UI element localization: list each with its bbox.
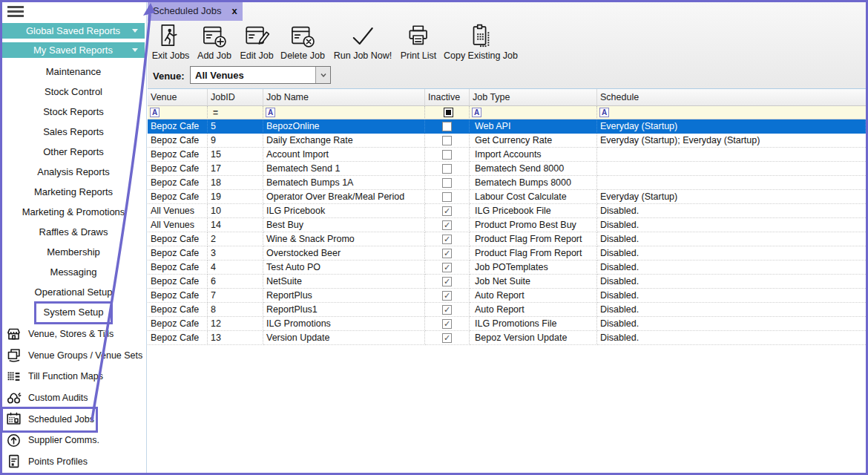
inactive-checkbox[interactable] <box>442 206 452 216</box>
custom-audits-icon <box>6 390 22 406</box>
sidebar-report-item[interactable]: Stock Reports <box>0 102 147 122</box>
cell-inactive <box>425 148 470 162</box>
sidebar-report-item[interactable]: Membership <box>0 242 147 262</box>
copy-existing-job-button[interactable]: Copy Existing Job <box>444 22 518 61</box>
filter-cell-inactive[interactable] <box>425 106 470 119</box>
table-row[interactable]: Bepoz Cafe 5 BepozOnline Web API Everyda… <box>148 119 866 134</box>
run-job-now-button[interactable]: Run Job Now! <box>334 22 392 61</box>
sidebar-report-item[interactable]: Stock Control <box>0 82 147 102</box>
cell-jobname: Operator Over Break/Meal Period <box>263 190 425 204</box>
cell-venue: Bepoz Cafe <box>148 148 208 162</box>
scheduled-jobs-window: Global Saved Reports My Saved Reports Ma… <box>0 0 868 475</box>
inactive-checkbox[interactable] <box>442 122 452 131</box>
table-row[interactable]: Bepoz Cafe 18 Bematech Bumps 1A Bematech… <box>148 176 866 190</box>
sidebar-report-item[interactable]: Analysis Reports <box>0 162 147 182</box>
cell-inactive <box>425 218 470 232</box>
table-row[interactable]: Bepoz Cafe 15 Account Import Import Acco… <box>148 148 866 162</box>
inactive-checkbox[interactable] <box>442 192 452 202</box>
filter-cell-jobname[interactable]: A <box>263 106 425 119</box>
table-row[interactable]: Bepoz Cafe 2 Wine & Snack Promo Product … <box>148 232 866 246</box>
sidebar-item-custom-audits[interactable]: Custom Audits <box>0 387 147 409</box>
sidebar-report-item[interactable]: Marketing & Promotions <box>0 202 147 222</box>
venue-dropdown-button[interactable] <box>315 67 330 83</box>
table-row[interactable]: Bepoz Cafe 19 Operator Over Break/Meal P… <box>148 190 866 204</box>
filter-cell-venue[interactable]: A <box>148 106 208 119</box>
tab-scheduled-jobs[interactable]: Scheduled Jobs x <box>148 1 243 21</box>
table-row[interactable]: All Venues 10 ILG Pricebook ILG Priceboo… <box>148 204 866 218</box>
print-list-button[interactable]: Print List <box>401 22 437 61</box>
add-job-button[interactable]: Add Job <box>197 22 231 61</box>
sidebar-report-item[interactable]: Operational Setup <box>0 282 147 302</box>
table-row[interactable]: Bepoz Cafe 9 Daily Exchange Rate Get Cur… <box>148 134 866 148</box>
sidebar-item-venue-groups[interactable]: Venue Groups / Venue Sets <box>0 345 147 367</box>
sidebar-item-points-profiles[interactable]: Points Profiles <box>0 451 147 473</box>
table-row[interactable]: Bepoz Cafe 6 NetSuite Job Net Suite Disa… <box>148 275 866 289</box>
sidebar-report-item[interactable]: Messaging <box>0 262 147 282</box>
inactive-checkbox[interactable] <box>442 291 452 301</box>
sidebar-header-global-saved-reports[interactable]: Global Saved Reports <box>1 23 145 39</box>
inactive-checkbox[interactable] <box>442 220 452 230</box>
toolbar-button-label: Run Job Now! <box>334 50 392 61</box>
delete-job-button[interactable]: Delete Job <box>280 22 325 61</box>
toolbar-button-label: Copy Existing Job <box>444 50 518 61</box>
table-row[interactable]: Bepoz Cafe 13 Version Update Bepoz Versi… <box>148 331 866 345</box>
inactive-checkbox[interactable] <box>442 164 452 174</box>
sidebar-report-item[interactable]: Sales Reports <box>0 122 147 142</box>
table-row[interactable]: Bepoz Cafe 4 Test Auto PO Job POTemplate… <box>148 261 866 275</box>
tab-title: Scheduled Jobs <box>148 5 222 16</box>
table-row[interactable]: Bepoz Cafe 3 Overstocked Beer Product Fl… <box>148 246 866 261</box>
sidebar-report-item[interactable]: Raffles & Draws <box>0 222 147 242</box>
tab-close-icon[interactable]: x <box>232 5 237 16</box>
inactive-checkbox[interactable] <box>442 319 452 329</box>
inactive-checkbox[interactable] <box>442 333 452 343</box>
inactive-checkbox[interactable] <box>442 235 452 244</box>
cell-jobtype: Auto Report <box>470 289 597 303</box>
sidebar-item-till-function-maps[interactable]: Till Function Maps <box>0 366 147 387</box>
table-row[interactable]: All Venues 14 Best Buy Product Promo Bes… <box>148 218 866 232</box>
column-header-schedule[interactable]: Schedule <box>597 89 866 106</box>
table-row[interactable]: Bepoz Cafe 8 ReportPlus1 Auto Report Dis… <box>148 303 866 317</box>
table-row[interactable]: Bepoz Cafe 17 Bematech Send 1 Bematech S… <box>148 162 866 176</box>
cell-jobtype: Product Flag From Report <box>470 232 597 246</box>
filter-cell-jobtype[interactable]: A <box>470 106 597 119</box>
exit-jobs-button[interactable]: Exit Jobs <box>152 22 190 61</box>
inactive-checkbox[interactable] <box>442 277 452 286</box>
sidebar-header-my-saved-reports[interactable]: My Saved Reports <box>1 42 145 58</box>
table-row[interactable]: Bepoz Cafe 7 ReportPlus Auto Report Disa… <box>148 289 866 303</box>
column-header-venue[interactable]: Venue <box>148 89 208 106</box>
hamburger-menu-icon[interactable] <box>7 6 24 19</box>
inactive-checkbox[interactable] <box>442 136 452 145</box>
cell-inactive <box>425 303 470 317</box>
sidebar-item-scheduled-jobs[interactable]: Scheduled Jobs <box>0 408 147 430</box>
cell-jobname: Bematech Send 1 <box>263 162 425 176</box>
column-header-inactive[interactable]: Inactive <box>425 89 470 106</box>
cell-inactive <box>425 176 470 190</box>
column-header-jobname[interactable]: Job Name <box>263 89 425 106</box>
cell-jobname: Version Update <box>263 331 425 345</box>
sidebar-item-supplier-comms[interactable]: Supplier Comms. <box>0 430 147 451</box>
inactive-checkbox[interactable] <box>442 305 452 315</box>
toolbar-button-label: Delete Job <box>280 50 325 61</box>
filter-cell-jobid[interactable]: = <box>208 106 263 119</box>
cell-inactive <box>425 261 470 275</box>
sidebar-report-item[interactable]: Marketing Reports <box>0 182 147 202</box>
print-list-icon <box>406 22 431 49</box>
venue-dropdown[interactable]: All Venues <box>190 66 331 84</box>
filter-cell-schedule[interactable]: A <box>597 106 866 119</box>
inactive-checkbox[interactable] <box>442 150 452 160</box>
inactive-checkbox[interactable] <box>442 249 452 258</box>
cell-jobid: 13 <box>208 331 263 345</box>
table-row[interactable]: Bepoz Cafe 12 ILG Promotions ILG Promoti… <box>148 317 866 331</box>
text-filter-icon: A <box>472 108 481 117</box>
column-header-jobid[interactable]: JobID <box>208 89 263 106</box>
equals-filter-icon: = <box>210 108 218 118</box>
inactive-checkbox[interactable] <box>442 178 452 188</box>
inactive-checkbox[interactable] <box>442 263 452 272</box>
column-header-jobtype[interactable]: Job Type <box>470 89 597 106</box>
cell-jobname: Account Import <box>263 148 425 162</box>
sidebar-report-item[interactable]: Maintenance <box>0 62 147 82</box>
edit-job-button[interactable]: Edit Job <box>240 22 273 61</box>
sidebar-report-item[interactable]: Other Reports <box>0 142 147 162</box>
sidebar-report-item[interactable]: System Setup <box>0 302 147 322</box>
sidebar-item-venue-stores-tills[interactable]: Venue, Stores & Tills <box>0 324 147 345</box>
